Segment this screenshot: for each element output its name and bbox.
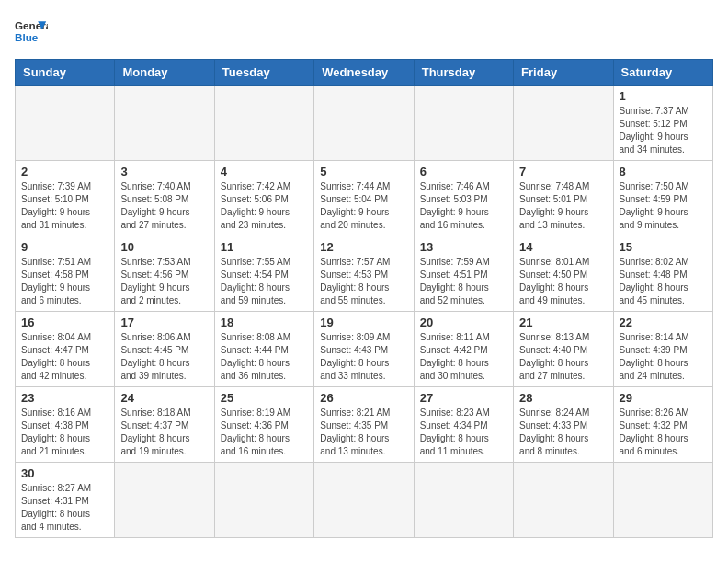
day-number: 29 xyxy=(620,391,707,405)
day-info: Sunrise: 7:48 AM Sunset: 5:01 PM Dayligh… xyxy=(519,180,607,232)
weekday-header-thursday: Thursday xyxy=(414,60,513,86)
day-cell xyxy=(16,86,115,161)
day-cell: 3Sunrise: 7:40 AM Sunset: 5:08 PM Daylig… xyxy=(115,161,214,236)
day-number: 16 xyxy=(21,316,108,329)
day-info: Sunrise: 8:23 AM Sunset: 4:34 PM Dayligh… xyxy=(420,407,507,458)
day-cell xyxy=(214,463,313,538)
day-number: 4 xyxy=(221,165,308,178)
weekday-header-sunday: Sunday xyxy=(16,60,115,86)
day-number: 10 xyxy=(120,240,208,254)
day-cell: 23Sunrise: 8:16 AM Sunset: 4:38 PM Dayli… xyxy=(16,387,115,463)
logo: General Blue xyxy=(15,15,48,48)
day-number: 20 xyxy=(420,316,507,329)
day-cell xyxy=(115,463,214,538)
day-info: Sunrise: 8:11 AM Sunset: 4:42 PM Dayligh… xyxy=(420,331,507,383)
day-cell xyxy=(414,86,513,161)
week-row-3: 9Sunrise: 7:51 AM Sunset: 4:58 PM Daylig… xyxy=(16,236,713,312)
day-info: Sunrise: 7:40 AM Sunset: 5:08 PM Dayligh… xyxy=(120,180,208,232)
day-cell xyxy=(314,463,414,538)
day-number: 7 xyxy=(519,165,607,178)
weekday-header-tuesday: Tuesday xyxy=(214,60,313,86)
day-number: 9 xyxy=(21,240,108,254)
week-row-2: 2Sunrise: 7:39 AM Sunset: 5:10 PM Daylig… xyxy=(16,161,713,236)
day-info: Sunrise: 8:06 AM Sunset: 4:45 PM Dayligh… xyxy=(120,331,208,383)
week-row-6: 30Sunrise: 8:27 AM Sunset: 4:31 PM Dayli… xyxy=(16,463,713,538)
day-info: Sunrise: 7:55 AM Sunset: 4:54 PM Dayligh… xyxy=(221,256,308,307)
week-row-5: 23Sunrise: 8:16 AM Sunset: 4:38 PM Dayli… xyxy=(16,387,713,463)
day-number: 14 xyxy=(519,240,607,254)
day-number: 21 xyxy=(519,316,607,329)
day-number: 22 xyxy=(620,316,707,329)
weekday-header-monday: Monday xyxy=(115,60,214,86)
weekday-header-wednesday: Wednesday xyxy=(314,60,414,86)
day-cell: 11Sunrise: 7:55 AM Sunset: 4:54 PM Dayli… xyxy=(214,236,313,312)
day-cell: 9Sunrise: 7:51 AM Sunset: 4:58 PM Daylig… xyxy=(16,236,115,312)
day-number: 24 xyxy=(120,391,208,405)
day-info: Sunrise: 7:53 AM Sunset: 4:56 PM Dayligh… xyxy=(120,256,208,307)
day-cell: 15Sunrise: 8:02 AM Sunset: 4:48 PM Dayli… xyxy=(613,236,712,312)
day-info: Sunrise: 8:26 AM Sunset: 4:32 PM Dayligh… xyxy=(620,407,707,458)
day-number: 12 xyxy=(320,240,407,254)
week-row-1: 1Sunrise: 7:37 AM Sunset: 5:12 PM Daylig… xyxy=(16,86,713,161)
logo-icon: General Blue xyxy=(15,15,48,48)
day-cell: 30Sunrise: 8:27 AM Sunset: 4:31 PM Dayli… xyxy=(16,463,115,538)
day-cell: 27Sunrise: 8:23 AM Sunset: 4:34 PM Dayli… xyxy=(414,387,513,463)
svg-text:Blue: Blue xyxy=(15,31,39,43)
day-cell: 8Sunrise: 7:50 AM Sunset: 4:59 PM Daylig… xyxy=(613,161,712,236)
day-info: Sunrise: 8:02 AM Sunset: 4:48 PM Dayligh… xyxy=(620,256,707,307)
weekday-header-row: SundayMondayTuesdayWednesdayThursdayFrid… xyxy=(16,60,713,86)
day-number: 8 xyxy=(620,165,707,178)
day-info: Sunrise: 8:27 AM Sunset: 4:31 PM Dayligh… xyxy=(21,482,108,534)
day-info: Sunrise: 8:16 AM Sunset: 4:38 PM Dayligh… xyxy=(21,407,108,458)
day-info: Sunrise: 7:50 AM Sunset: 4:59 PM Dayligh… xyxy=(620,180,707,232)
day-cell: 10Sunrise: 7:53 AM Sunset: 4:56 PM Dayli… xyxy=(115,236,214,312)
day-info: Sunrise: 8:09 AM Sunset: 4:43 PM Dayligh… xyxy=(320,331,407,383)
day-number: 3 xyxy=(120,165,208,178)
day-info: Sunrise: 7:46 AM Sunset: 5:03 PM Dayligh… xyxy=(420,180,507,232)
day-info: Sunrise: 8:14 AM Sunset: 4:39 PM Dayligh… xyxy=(620,331,707,383)
day-number: 17 xyxy=(120,316,208,329)
day-cell: 7Sunrise: 7:48 AM Sunset: 5:01 PM Daylig… xyxy=(514,161,613,236)
day-number: 19 xyxy=(320,316,407,329)
day-number: 6 xyxy=(420,165,507,178)
day-info: Sunrise: 7:51 AM Sunset: 4:58 PM Dayligh… xyxy=(21,256,108,307)
day-cell: 14Sunrise: 8:01 AM Sunset: 4:50 PM Dayli… xyxy=(514,236,613,312)
day-number: 30 xyxy=(21,466,108,480)
day-info: Sunrise: 8:08 AM Sunset: 4:44 PM Dayligh… xyxy=(221,331,308,383)
weekday-header-saturday: Saturday xyxy=(613,60,712,86)
week-row-4: 16Sunrise: 8:04 AM Sunset: 4:47 PM Dayli… xyxy=(16,312,713,387)
calendar: SundayMondayTuesdayWednesdayThursdayFrid… xyxy=(15,59,713,538)
day-cell: 25Sunrise: 8:19 AM Sunset: 4:36 PM Dayli… xyxy=(214,387,313,463)
day-cell: 20Sunrise: 8:11 AM Sunset: 4:42 PM Dayli… xyxy=(414,312,513,387)
day-cell: 29Sunrise: 8:26 AM Sunset: 4:32 PM Dayli… xyxy=(613,387,712,463)
day-cell xyxy=(214,86,313,161)
day-number: 2 xyxy=(21,165,108,178)
day-cell: 4Sunrise: 7:42 AM Sunset: 5:06 PM Daylig… xyxy=(214,161,313,236)
day-number: 28 xyxy=(519,391,607,405)
day-number: 23 xyxy=(21,391,108,405)
day-number: 13 xyxy=(420,240,507,254)
day-info: Sunrise: 7:42 AM Sunset: 5:06 PM Dayligh… xyxy=(221,180,308,232)
day-info: Sunrise: 7:44 AM Sunset: 5:04 PM Dayligh… xyxy=(320,180,407,232)
day-cell: 17Sunrise: 8:06 AM Sunset: 4:45 PM Dayli… xyxy=(115,312,214,387)
day-number: 26 xyxy=(320,391,407,405)
day-number: 11 xyxy=(221,240,308,254)
day-cell xyxy=(514,86,613,161)
day-cell xyxy=(414,463,513,538)
day-cell: 18Sunrise: 8:08 AM Sunset: 4:44 PM Dayli… xyxy=(214,312,313,387)
day-cell: 16Sunrise: 8:04 AM Sunset: 4:47 PM Dayli… xyxy=(16,312,115,387)
day-info: Sunrise: 8:18 AM Sunset: 4:37 PM Dayligh… xyxy=(120,407,208,458)
day-number: 5 xyxy=(320,165,407,178)
day-cell: 12Sunrise: 7:57 AM Sunset: 4:53 PM Dayli… xyxy=(314,236,414,312)
day-cell: 2Sunrise: 7:39 AM Sunset: 5:10 PM Daylig… xyxy=(16,161,115,236)
day-cell: 6Sunrise: 7:46 AM Sunset: 5:03 PM Daylig… xyxy=(414,161,513,236)
day-number: 1 xyxy=(620,89,707,103)
day-cell: 19Sunrise: 8:09 AM Sunset: 4:43 PM Dayli… xyxy=(314,312,414,387)
day-cell: 21Sunrise: 8:13 AM Sunset: 4:40 PM Dayli… xyxy=(514,312,613,387)
day-cell xyxy=(314,86,414,161)
day-cell: 5Sunrise: 7:44 AM Sunset: 5:04 PM Daylig… xyxy=(314,161,414,236)
day-info: Sunrise: 8:24 AM Sunset: 4:33 PM Dayligh… xyxy=(519,407,607,458)
day-info: Sunrise: 8:04 AM Sunset: 4:47 PM Dayligh… xyxy=(21,331,108,383)
day-cell xyxy=(514,463,613,538)
day-info: Sunrise: 7:37 AM Sunset: 5:12 PM Dayligh… xyxy=(620,105,707,156)
